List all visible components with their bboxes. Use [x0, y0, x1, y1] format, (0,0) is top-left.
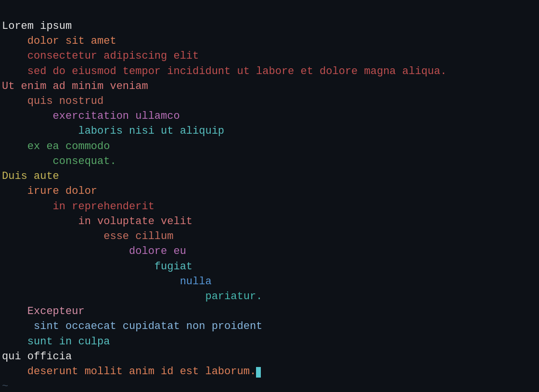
editor-line: consequat.	[2, 154, 537, 169]
text-cursor	[256, 367, 261, 378]
editor-line: sed do eiusmod tempor incididunt ut labo…	[2, 64, 537, 79]
editor-line: dolor sit amet	[2, 34, 537, 49]
editor-line: in voluptate velit	[2, 214, 537, 229]
editor: Lorem ipsum dolor sit amet consectetur a…	[2, 4, 537, 392]
editor-line: Lorem ipsum	[2, 19, 537, 34]
editor-line: consectetur adipiscing elit	[2, 49, 537, 63]
editor-line: ex ea commodo	[2, 139, 537, 154]
editor-line: exercitation ullamco	[2, 109, 537, 124]
editor-line: quis nostrud	[2, 94, 537, 109]
editor-line: laboris nisi ut aliquip	[2, 124, 537, 139]
tilde-char: ~	[2, 380, 8, 392]
editor-line: Excepteur	[2, 304, 537, 319]
editor-line: fugiat	[2, 259, 537, 274]
editor-line: pariatur.	[2, 289, 537, 304]
editor-line: esse cillum	[2, 229, 537, 244]
editor-line: in reprehenderit	[2, 199, 537, 214]
editor-line: sunt in culpa	[2, 334, 537, 349]
editor-line: qui officia	[2, 349, 537, 364]
editor-line: ~	[2, 379, 537, 392]
editor-line: nulla	[2, 274, 537, 289]
editor-line: Duis aute	[2, 169, 537, 184]
editor-line: sint occaecat cupidatat non proident	[2, 319, 537, 334]
editor-line: dolore eu	[2, 244, 537, 259]
editor-line: irure dolor	[2, 184, 537, 199]
editor-line: deserunt mollit anim id est laborum.	[2, 364, 537, 379]
editor-line: Ut enim ad minim veniam	[2, 79, 537, 94]
